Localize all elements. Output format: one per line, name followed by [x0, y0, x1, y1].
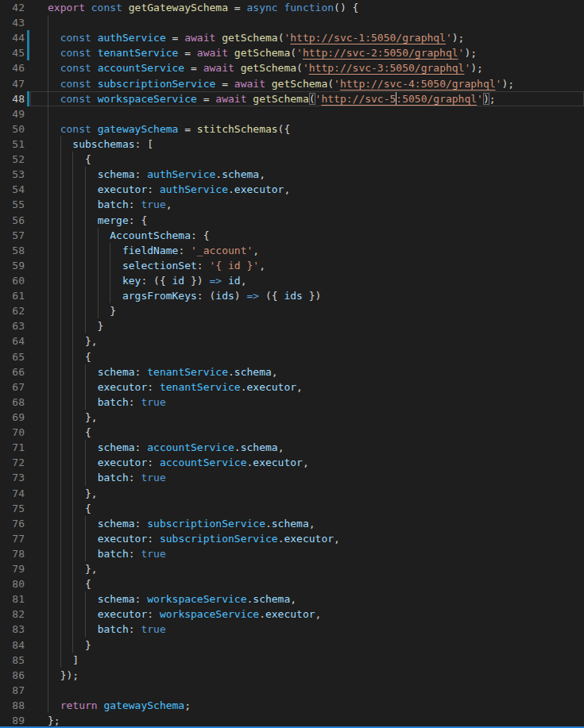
line-number[interactable]: 72 — [0, 455, 25, 470]
code-line[interactable]: 80 { — [0, 576, 584, 591]
line-content-area[interactable]: { — [30, 576, 584, 591]
line-content-area[interactable]: schema: subscriptionService.schema, — [30, 516, 584, 531]
code-line[interactable]: 59 selectionSet: '{ id }', — [0, 258, 584, 273]
line-content-area[interactable]: }, — [30, 561, 584, 576]
line-content-area[interactable]: executor: tenantService.executor, — [30, 379, 584, 395]
line-number[interactable]: 52 — [0, 152, 25, 167]
line-number[interactable]: 56 — [0, 213, 25, 228]
line-content-area[interactable]: executor: subscriptionService.executor, — [30, 531, 584, 546]
line-number[interactable]: 47 — [0, 76, 25, 91]
code-line[interactable]: 64 }, — [0, 333, 584, 349]
line-content-area[interactable]: executor: workspaceService.executor, — [30, 607, 584, 622]
code-editor[interactable]: 42export const getGatewaySchema = async … — [0, 0, 584, 728]
line-content-area[interactable]: } — [30, 318, 584, 333]
code-line[interactable]: 62 } — [0, 303, 584, 318]
code-line[interactable]: 50 const gatewaySchema = stitchSchemas({ — [0, 121, 584, 137]
line-content-area[interactable]: schema: accountService.schema, — [30, 440, 584, 455]
line-number[interactable]: 45 — [0, 45, 25, 60]
code-line[interactable]: 88 return gatewaySchema; — [0, 698, 584, 713]
line-content-area[interactable]: batch: true — [30, 546, 584, 561]
line-number[interactable]: 59 — [0, 258, 25, 273]
code-line[interactable]: 69 }, — [0, 410, 584, 425]
line-number[interactable]: 65 — [0, 349, 25, 364]
code-line[interactable]: 76 schema: subscriptionService.schema, — [0, 516, 584, 531]
line-number[interactable]: 43 — [0, 15, 25, 30]
line-number[interactable]: 84 — [0, 637, 25, 653]
line-content-area[interactable]: fieldName: '_account', — [30, 243, 584, 258]
code-line[interactable]: 73 batch: true — [0, 470, 584, 485]
code-line[interactable]: 65 { — [0, 349, 584, 364]
line-number[interactable]: 69 — [0, 410, 25, 425]
line-number[interactable]: 78 — [0, 546, 25, 561]
line-number[interactable]: 55 — [0, 197, 25, 212]
line-number[interactable]: 63 — [0, 318, 25, 333]
line-number[interactable]: 67 — [0, 379, 25, 395]
line-content-area[interactable]: batch: true — [30, 622, 584, 637]
line-content-area[interactable]: AccountSchema: { — [30, 228, 584, 243]
code-line[interactable]: 53 schema: authService.schema, — [0, 167, 584, 182]
line-content-area[interactable]: }, — [30, 410, 584, 425]
line-number[interactable]: 83 — [0, 622, 25, 637]
line-number[interactable]: 66 — [0, 364, 25, 379]
line-content-area[interactable]: const subscriptionService = await getSch… — [30, 76, 584, 91]
code-line[interactable]: 83 batch: true — [0, 622, 584, 637]
line-content-area[interactable]: executor: accountService.executor, — [30, 455, 584, 470]
line-number[interactable]: 74 — [0, 486, 25, 501]
code-line[interactable]: 60 key: ({ id }) => id, — [0, 273, 584, 288]
line-number[interactable]: 85 — [0, 653, 25, 668]
line-content-area[interactable]: subschemas: [ — [30, 137, 584, 152]
line-content-area[interactable]: executor: authService.executor, — [30, 182, 584, 197]
code-line[interactable]: 63 } — [0, 318, 584, 333]
code-line[interactable]: 74 }, — [0, 486, 584, 501]
code-line[interactable]: 58 fieldName: '_account', — [0, 243, 584, 258]
code-line[interactable]: 68 batch: true — [0, 395, 584, 410]
line-number[interactable]: 76 — [0, 516, 25, 531]
line-number[interactable]: 80 — [0, 576, 25, 591]
code-line[interactable]: 82 executor: workspaceService.executor, — [0, 607, 584, 622]
code-line[interactable]: 56 merge: { — [0, 213, 584, 228]
line-number[interactable]: 58 — [0, 243, 25, 258]
line-content-area[interactable]: }, — [30, 333, 584, 349]
line-number[interactable]: 42 — [0, 0, 25, 15]
line-number[interactable]: 81 — [0, 591, 25, 607]
line-content-area[interactable]: export const getGatewaySchema = async fu… — [30, 0, 584, 15]
code-line[interactable]: 77 executor: subscriptionService.executo… — [0, 531, 584, 546]
line-number[interactable]: 82 — [0, 607, 25, 622]
line-content-area[interactable]: ] — [30, 653, 584, 668]
code-line[interactable]: 78 batch: true — [0, 546, 584, 561]
line-number[interactable]: 64 — [0, 333, 25, 349]
line-content-area[interactable]: const gatewaySchema = stitchSchemas({ — [30, 121, 584, 137]
line-content-area[interactable]: batch: true — [30, 470, 584, 485]
line-content-area[interactable]: merge: { — [30, 213, 584, 228]
line-number[interactable]: 71 — [0, 440, 25, 455]
line-number[interactable]: 60 — [0, 273, 25, 288]
code-line[interactable]: 71 schema: accountService.schema, — [0, 440, 584, 455]
line-content-area[interactable]: batch: true — [30, 395, 584, 410]
line-number[interactable]: 53 — [0, 167, 25, 182]
code-line[interactable]: 85 ] — [0, 653, 584, 668]
code-line[interactable]: 84 } — [0, 637, 584, 653]
code-line[interactable]: 52 { — [0, 152, 584, 167]
line-content-area[interactable]: batch: true, — [30, 197, 584, 212]
code-line[interactable]: 81 schema: workspaceService.schema, — [0, 591, 584, 607]
code-line[interactable]: 57 AccountSchema: { — [0, 228, 584, 243]
line-number[interactable]: 75 — [0, 501, 25, 516]
line-content-area[interactable]: schema: tenantService.schema, — [30, 364, 584, 379]
code-line[interactable]: 46 const accountService = await getSchem… — [0, 60, 584, 75]
line-content-area[interactable]: schema: workspaceService.schema, — [30, 591, 584, 607]
code-line[interactable]: 43 — [0, 15, 584, 30]
line-number[interactable]: 70 — [0, 425, 25, 440]
line-content-area[interactable]: { — [30, 152, 584, 167]
code-line[interactable]: 70 { — [0, 425, 584, 440]
line-content-area[interactable]: selectionSet: '{ id }', — [30, 258, 584, 273]
line-content-area[interactable] — [30, 106, 584, 121]
line-content-area[interactable]: { — [30, 349, 584, 364]
code-line[interactable]: 54 executor: authService.executor, — [0, 182, 584, 197]
line-number[interactable]: 51 — [0, 137, 25, 152]
code-line[interactable]: 55 batch: true, — [0, 197, 584, 212]
line-content-area[interactable]: argsFromKeys: (ids) => ({ ids }) — [30, 288, 584, 303]
code-line[interactable]: 67 executor: tenantService.executor, — [0, 379, 584, 395]
line-number[interactable]: 73 — [0, 470, 25, 485]
code-line[interactable]: 61 argsFromKeys: (ids) => ({ ids }) — [0, 288, 584, 303]
line-number[interactable]: 57 — [0, 228, 25, 243]
